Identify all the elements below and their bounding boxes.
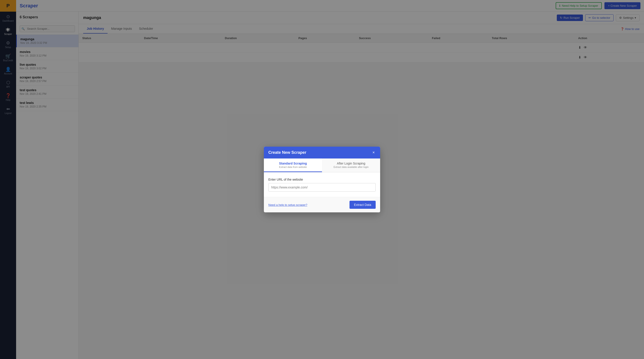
- extract-data-button[interactable]: Extract Data: [350, 201, 376, 209]
- modal-body: Enter URL of the website: [264, 172, 380, 197]
- modal-tab-standard-label: Standard Scraping: [267, 162, 319, 165]
- modal-header: Create New Scraper ×: [264, 147, 380, 158]
- modal-tab-after-login[interactable]: After Login Scraping Extract data availa…: [322, 158, 380, 172]
- modal-tab-standard-subtitle: Extract data from website: [267, 166, 319, 168]
- modal-tab-after-login-label: After Login Scraping: [325, 162, 377, 165]
- create-scraper-modal: Create New Scraper × Standard Scraping E…: [264, 147, 380, 212]
- modal-title: Create New Scraper: [268, 150, 306, 155]
- url-input[interactable]: [268, 183, 376, 192]
- modal-close-button[interactable]: ×: [372, 150, 376, 155]
- modal-tab-after-login-subtitle: Extract data available after login: [325, 166, 377, 168]
- modal-help-link[interactable]: Need a help to setup scraper?: [268, 203, 307, 206]
- modal-tab-standard[interactable]: Standard Scraping Extract data from webs…: [264, 158, 322, 172]
- modal-overlay: Create New Scraper × Standard Scraping E…: [0, 0, 644, 359]
- url-label: Enter URL of the website: [268, 178, 376, 181]
- modal-footer: Need a help to setup scraper? Extract Da…: [264, 197, 380, 212]
- modal-tabs: Standard Scraping Extract data from webs…: [264, 158, 380, 172]
